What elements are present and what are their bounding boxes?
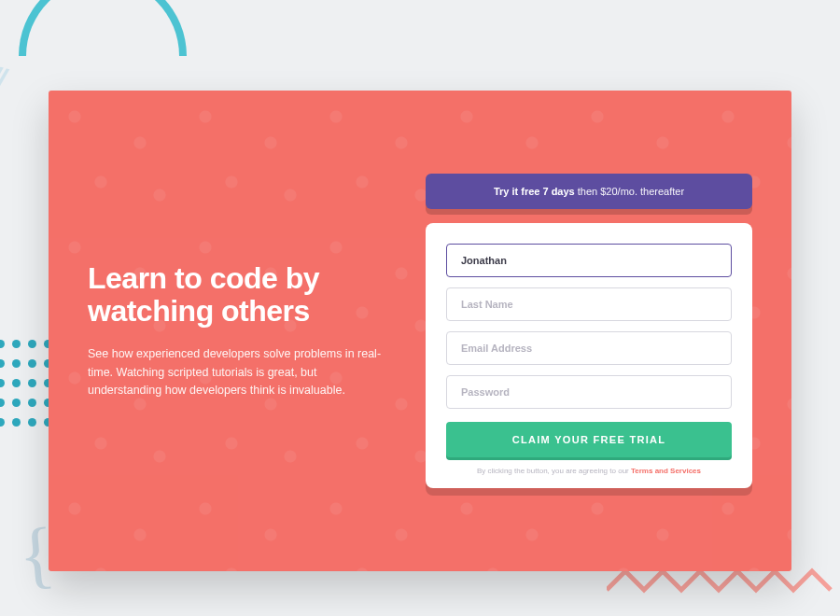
tos-prefix: By clicking the button, you are agreeing… (477, 467, 631, 475)
password-field[interactable] (446, 375, 732, 409)
trial-banner-bold: Try it free 7 days (494, 186, 575, 197)
tos-note: By clicking the button, you are agreeing… (446, 467, 732, 475)
trial-banner-rest: then $20/mo. thereafter (575, 186, 684, 197)
tos-link[interactable]: Terms and Services (631, 467, 701, 475)
decor-slashes: /// (0, 54, 7, 107)
last-name-field[interactable] (446, 287, 732, 321)
email-field[interactable] (446, 331, 732, 365)
decor-arch (19, 0, 187, 56)
trial-banner[interactable]: Try it free 7 days then $20/mo. thereaft… (426, 174, 752, 209)
claim-trial-button[interactable]: CLAIM YOUR FREE TRIAL (446, 422, 732, 457)
first-name-field[interactable] (446, 244, 732, 277)
hero-copy: Learn to code by watching others See how… (88, 262, 394, 400)
hero-headline: Learn to code by watching others (88, 262, 394, 329)
signup-hero-panel: Learn to code by watching others See how… (49, 91, 791, 571)
signup-column: Try it free 7 days then $20/mo. thereaft… (426, 174, 752, 488)
decor-dots (0, 336, 56, 434)
hero-subtext: See how experienced developers solve pro… (88, 345, 394, 399)
signup-form: CLAIM YOUR FREE TRIAL By clicking the bu… (426, 223, 752, 488)
